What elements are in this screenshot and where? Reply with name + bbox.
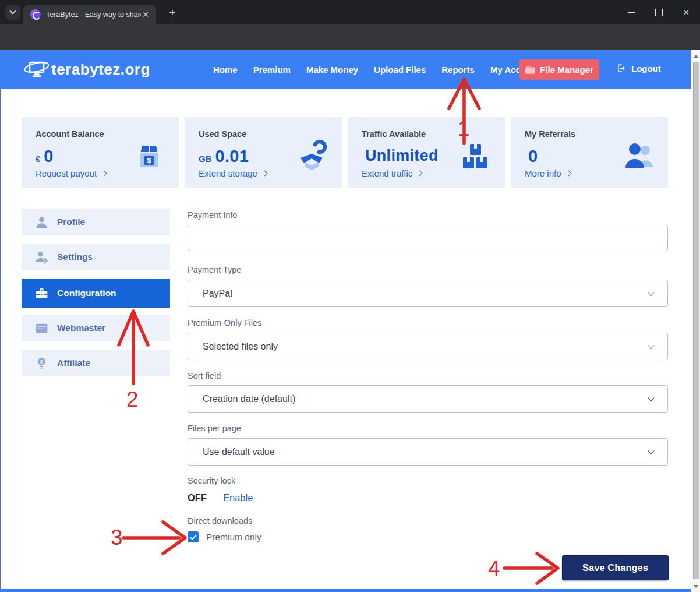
save-changes-button[interactable]: Save Changes (562, 555, 669, 580)
card-my-referrals: My Referrals 0 More info (511, 117, 668, 188)
annotation-step-3: 3 (111, 526, 123, 550)
brand-name: terabytez.org (51, 61, 150, 79)
logout-button[interactable]: Logout (616, 63, 661, 73)
direct-downloads-label: Direct downloads (188, 516, 252, 526)
nav-links: Home Premium Make Money Upload Files Rep… (213, 50, 539, 89)
browser-window-icon (34, 321, 49, 336)
extend-traffic-link[interactable]: Extend traffic (362, 168, 422, 178)
annotation-step-4: 4 (488, 556, 500, 581)
chevron-down-icon (648, 447, 654, 454)
sidebar-item-label: Webmaster (57, 323, 105, 333)
sidebar-item-settings[interactable]: Settings (22, 244, 170, 270)
card-traffic-available: Traffic Available Unlimited Extend traff… (348, 117, 505, 188)
premium-only-files-select[interactable]: Selected files only (188, 333, 668, 360)
files-per-page-select[interactable]: Use default value (188, 438, 668, 466)
sidebar-item-label: Settings (57, 252, 93, 262)
browser-titlebar: TeraBytez - Easy way to share y ✕ + (0, 0, 700, 24)
page-scrollbar[interactable] (691, 50, 700, 592)
card-title: Used Space (199, 129, 328, 139)
folder-icon (525, 66, 535, 74)
sort-field-select[interactable]: Creation date (default) (188, 385, 668, 413)
sidebar-item-label: Profile (57, 217, 85, 227)
chevron-down-icon (9, 8, 16, 14)
scrollbar-up-arrow-icon[interactable] (691, 51, 700, 61)
boxes-icon (458, 140, 492, 174)
tab-close-icon[interactable]: ✕ (141, 10, 150, 19)
payment-info-label: Payment Info (188, 210, 237, 220)
footer-strip (0, 589, 691, 592)
bulb-dollar-icon: $ (34, 356, 49, 371)
file-manager-label: File Manager (540, 65, 593, 75)
payment-info-input[interactable] (188, 225, 668, 251)
chevron-down-icon (648, 394, 654, 401)
file-manager-button[interactable]: File Manager (519, 59, 599, 80)
files-per-page-label: Files per page (188, 424, 241, 433)
nav-link-premium[interactable]: Premium (253, 65, 291, 75)
card-value: 0 (528, 147, 538, 166)
tab-title: TeraBytez - Easy way to share y (46, 10, 141, 19)
site-logo[interactable]: terabytez.org (22, 58, 150, 81)
card-value: 0 (44, 147, 53, 166)
svg-text:$: $ (40, 358, 43, 364)
chevron-right-icon (101, 171, 107, 177)
premium-only-files-label: Premium-Only Files (188, 318, 261, 327)
new-tab-button[interactable]: + (165, 6, 179, 20)
site-favicon-icon (30, 9, 41, 20)
open-box-icon (295, 140, 329, 174)
site-navbar: terabytez.org Home Premium Make Money Up… (0, 50, 691, 89)
payment-type-select[interactable]: PayPal (188, 280, 668, 307)
maximize-button[interactable] (645, 0, 673, 24)
security-lock-status: OFF (188, 492, 207, 503)
user-icon (34, 215, 49, 230)
card-prefix: GB (199, 154, 212, 164)
user-gear-icon (34, 250, 49, 265)
chevron-right-icon (565, 171, 571, 177)
browser-window: TeraBytez - Easy way to share y ✕ + tera… (0, 0, 700, 592)
premium-only-checkbox[interactable] (188, 531, 199, 542)
payout-box-icon: $ (132, 140, 166, 174)
toolbox-icon (34, 286, 49, 301)
nav-link-reports[interactable]: Reports (441, 65, 475, 75)
window-controls (618, 0, 700, 24)
premium-only-checkbox-label: Premium only (206, 532, 261, 542)
browser-toolbar: terabytez.org/account/ ☆ {i} A (0, 24, 700, 50)
sidebar-item-profile[interactable]: Profile (22, 209, 170, 235)
nav-link-home[interactable]: Home (213, 65, 238, 75)
request-payout-link[interactable]: Request payout (36, 168, 106, 178)
card-title: My Referrals (525, 129, 654, 139)
security-lock-label: Security lock (188, 476, 235, 485)
users-icon (621, 140, 655, 174)
sidebar-item-affiliate[interactable]: $ Affiliate (22, 350, 170, 376)
close-button[interactable] (673, 0, 700, 24)
logout-label: Logout (631, 64, 661, 73)
tab-search-button[interactable] (5, 5, 20, 20)
card-used-space: Used Space GB 0.01 Extend storage (185, 117, 342, 188)
nav-link-make-money[interactable]: Make Money (306, 65, 358, 75)
card-title: Account Balance (36, 129, 165, 139)
sort-field-label: Sort field (188, 371, 221, 380)
more-info-link[interactable]: More info (525, 168, 571, 178)
card-value: Unlimited (365, 147, 439, 165)
svg-text:$: $ (147, 156, 151, 165)
logout-icon (616, 63, 627, 73)
sidebar-item-label: Configuration (57, 288, 116, 298)
sidebar-item-webmaster[interactable]: Webmaster (22, 315, 170, 341)
annotation-step-2: 2 (126, 387, 139, 412)
card-value: 0.01 (215, 147, 249, 166)
sidebar-item-configuration[interactable]: Configuration (22, 279, 170, 308)
chevron-right-icon (261, 171, 267, 177)
scrollbar-thumb[interactable] (693, 62, 699, 579)
browser-tab[interactable]: TeraBytez - Easy way to share y ✕ (23, 5, 156, 24)
payment-type-label: Payment Type (188, 265, 241, 274)
minimize-button[interactable] (618, 0, 645, 24)
extend-storage-link[interactable]: Extend storage (199, 168, 267, 178)
sidebar-item-label: Affiliate (57, 358, 90, 368)
nav-link-upload-files[interactable]: Upload Files (374, 65, 426, 75)
scrollbar-down-arrow-icon[interactable] (691, 582, 700, 591)
chevron-down-icon (648, 342, 654, 348)
monitor-orbit-icon (22, 58, 49, 81)
card-prefix: € (36, 154, 40, 164)
security-lock-enable-link[interactable]: Enable (223, 492, 253, 503)
chevron-right-icon (417, 171, 423, 177)
card-account-balance: Account Balance € 0 Request payout $ (22, 117, 179, 188)
